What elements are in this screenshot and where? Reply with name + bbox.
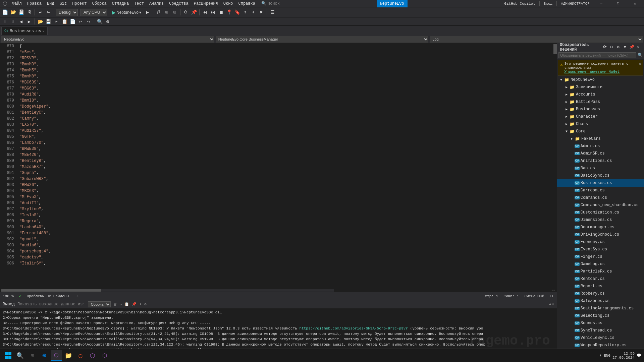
vs2-taskbar-btn[interactable]: ⬡ xyxy=(99,350,110,361)
tree-folder[interactable]: ▶📁Businesses xyxy=(557,106,644,113)
tree-cs-file[interactable]: ▶C#Economy.cs xyxy=(557,238,644,246)
tab-businesses-cs[interactable]: C# Businesses.cs ✕ xyxy=(1,27,48,35)
run-dropdown-icon[interactable]: ▾ xyxy=(139,10,141,15)
toolbar-btn8[interactable]: ⏹ xyxy=(217,9,225,16)
tree-cs-file[interactable]: ▶C#Businesses.cs xyxy=(557,179,644,187)
tray-lang[interactable]: ENG xyxy=(604,354,610,358)
toolbar-save-btn[interactable]: 💾 xyxy=(17,9,25,16)
menu-file[interactable]: Файл xyxy=(9,0,24,7)
tree-cs-file[interactable]: ▶C#Robbery.cs xyxy=(557,290,644,297)
class-nav-select[interactable]: NeptuneEvo.Core.BusinessManager xyxy=(216,36,429,43)
tree-cs-file[interactable]: ▶C#Animations.cs xyxy=(557,157,644,165)
se-pin-btn[interactable]: 📌 xyxy=(629,44,635,50)
se-close-btn[interactable]: ✕ xyxy=(635,44,641,50)
tb2-btn8[interactable]: 📋 xyxy=(61,18,68,25)
tree-folder[interactable]: ▶📁BattlePass xyxy=(557,98,644,106)
toolbar-btn6[interactable]: ⏮ xyxy=(201,9,209,16)
login-btn[interactable]: Вход xyxy=(541,2,555,6)
tree-cs-file[interactable]: ▶C#Admin.cs xyxy=(557,142,644,150)
tree-folder[interactable]: ▶📁Зависимости xyxy=(557,83,644,91)
edge-btn[interactable]: ⊕ xyxy=(39,350,50,361)
tree-cs-file[interactable]: ▶C#WeaponRepository.cs xyxy=(557,342,644,349)
se-nuget-link[interactable]: Управление пакетами NuGet xyxy=(564,70,620,74)
toolbar-open-btn[interactable]: 📂 xyxy=(9,9,17,16)
tree-cs-file[interactable]: ▶C#EventSys.cs xyxy=(557,246,644,253)
output-settings-btn[interactable]: ⚙ xyxy=(144,302,147,306)
output-pin-btn[interactable]: 📌 xyxy=(132,302,137,306)
toolbar-save-all-btn[interactable]: 🗄 xyxy=(25,9,33,16)
tb2-btn1[interactable]: ⬆ xyxy=(1,18,9,25)
minimize-button[interactable]: ─ xyxy=(594,0,609,7)
taskview-btn[interactable]: ⊞ xyxy=(27,350,38,361)
tree-cs-file[interactable]: ▶C#Carroom.cs xyxy=(557,187,644,194)
tb2-btn11[interactable]: ↪ xyxy=(85,18,92,25)
toolbar-btn10[interactable]: 🔖 xyxy=(233,9,241,16)
tree-folder[interactable]: ▶📁FakeCars xyxy=(557,135,644,142)
menu-debug[interactable]: Отладка xyxy=(109,0,131,7)
tb2-btn12[interactable]: 🔍 xyxy=(96,18,103,25)
close-button[interactable]: ✕ xyxy=(627,0,643,7)
tb2-btn9[interactable]: 📄 xyxy=(69,18,76,25)
menu-analyze[interactable]: Анализ xyxy=(147,0,166,7)
toolbar-new-btn[interactable]: 📄 xyxy=(1,9,9,16)
toolbar-btn12[interactable]: ⬇ xyxy=(250,9,257,16)
maximize-button[interactable]: □ xyxy=(610,0,626,7)
se-collapse-btn[interactable]: ⊟ xyxy=(608,44,614,50)
tree-cs-file[interactable]: ▶C#SyncThread.cs xyxy=(557,327,644,334)
vs-taskbar-btn[interactable]: ⬡ xyxy=(51,350,62,361)
member-nav-select[interactable]: Log xyxy=(430,36,643,43)
tb2-btn3[interactable]: ◀ xyxy=(17,18,25,25)
tree-cs-file[interactable]: ▶C#Dimensions.cs xyxy=(557,216,644,224)
browser-btn2[interactable]: ⬡ xyxy=(87,350,98,361)
toolbar-btn4[interactable]: ⥀ xyxy=(182,9,190,16)
menu-tools[interactable]: Средства xyxy=(166,0,191,7)
tb2-btn7[interactable]: ✂ xyxy=(53,18,60,25)
output-link[interactable]: https://github.com/advisories/GHSA-5crp-… xyxy=(300,326,408,330)
tb2-btn5[interactable]: 📂 xyxy=(37,18,44,25)
toolbar-btn1[interactable]: ⎙ xyxy=(155,9,162,16)
project-nav-select[interactable]: NeptuneEvo xyxy=(1,36,214,43)
tab-close-icon[interactable]: ✕ xyxy=(43,29,45,33)
zoom-level[interactable]: 100 % xyxy=(3,294,14,298)
code-area[interactable]: { "m5cs", "RRSVR", "BmmM3", "BmmM5", "Bm… xyxy=(17,43,553,288)
tree-cs-file[interactable]: ▶C#Customization.cs xyxy=(557,209,644,216)
toolbar-btn9[interactable]: 📍 xyxy=(225,9,233,16)
tb2-btn10[interactable]: ↩ xyxy=(77,18,84,25)
output-filter-select[interactable]: Сборка xyxy=(88,301,111,307)
menu-edit[interactable]: Правка xyxy=(24,0,44,7)
tree-folder[interactable]: ▶📁Character xyxy=(557,113,644,120)
tb2-btn6[interactable]: 💾 xyxy=(45,18,52,25)
output-close-btn[interactable]: ✕ xyxy=(552,302,554,306)
tree-cs-file[interactable]: ▶C#Finger.cs xyxy=(557,253,644,260)
search-taskbar-btn[interactable]: 🔍 xyxy=(15,350,25,361)
se-filter-btn[interactable]: ▼ xyxy=(622,44,628,50)
copilot-label[interactable]: GitHub Copilot xyxy=(501,2,538,6)
tb2-btn2[interactable]: ⬇ xyxy=(9,18,17,25)
tree-cs-file[interactable]: ▶C#SafeZones.cs xyxy=(557,297,644,305)
tb2-btn4[interactable]: ▶ xyxy=(25,18,33,25)
se-sync-btn[interactable]: ⟳ xyxy=(602,44,608,50)
output-clear-btn[interactable]: 🗑 xyxy=(113,302,117,306)
tree-root[interactable]: ▼📁NeptuneEvo xyxy=(557,76,644,83)
menu-git[interactable]: Git xyxy=(57,0,70,7)
tree-cs-file[interactable]: ▶C#VehicleSync.cs xyxy=(557,334,644,342)
tree-cs-file[interactable]: ▶C#Sounds.cs xyxy=(557,319,644,327)
run-button[interactable]: ▶ NeptuneEvo ▾ xyxy=(110,9,143,16)
tree-cs-file[interactable]: ▶C#Ban.cs xyxy=(557,165,644,172)
editor-scrollbar[interactable] xyxy=(553,43,557,288)
tree-folder[interactable]: ▼📁Core xyxy=(557,128,644,135)
tree-cs-file[interactable]: ▶C#Doormanager.cs xyxy=(557,224,644,231)
toolbar-btn3[interactable]: ⊟ xyxy=(171,9,178,16)
output-maximize-btn[interactable]: ▲ xyxy=(549,302,551,306)
notifications-btn[interactable]: 💬 xyxy=(637,353,641,358)
tb2-btn13[interactable]: ⚙ xyxy=(104,18,111,25)
menu-project[interactable]: Проект xyxy=(69,0,89,7)
tree-cs-file[interactable]: ▶C#GameLog.cs xyxy=(557,260,644,268)
tree-cs-file[interactable]: ▶C#Selecting.cs xyxy=(557,312,644,319)
tree-cs-file[interactable]: ▶C#Rentcar.cs xyxy=(557,275,644,283)
output-content[interactable]: 2>NeptuneEvoSDK -> C:\Rage\dotnet\resour… xyxy=(0,308,557,355)
debug-config-select[interactable]: Debug xyxy=(56,9,78,16)
browser-btn[interactable]: ◯ xyxy=(75,350,86,361)
cpu-select[interactable]: Any CPU xyxy=(80,9,107,16)
start-button[interactable] xyxy=(3,350,13,361)
